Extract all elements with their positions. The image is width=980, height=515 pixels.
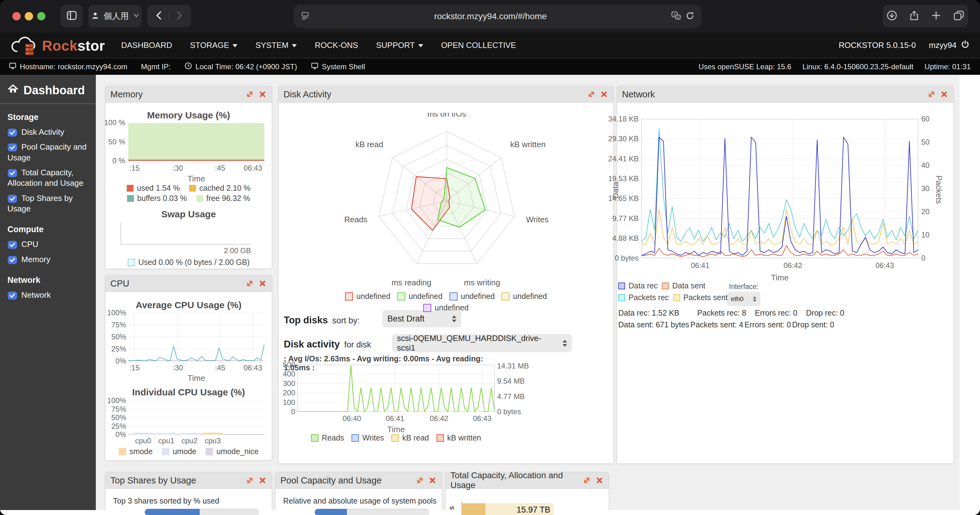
close-window-button[interactable]	[13, 12, 21, 21]
nav-history-buttons	[147, 5, 191, 27]
minimize-window-button[interactable]	[25, 12, 33, 21]
memory-x-tick: 06:43	[234, 164, 271, 173]
expand-widget-icon[interactable]	[245, 279, 255, 288]
sidebar-item-total-capacity-allocation-and-usage[interactable]: Total Capacity, Allocation and Usage	[0, 165, 96, 191]
close-widget-icon[interactable]	[595, 476, 604, 485]
checkbox-checked-icon[interactable]	[8, 143, 18, 152]
sidebar-item-cpu[interactable]: CPU	[0, 237, 96, 252]
tab-overview-icon[interactable]	[953, 10, 965, 22]
close-widget-icon[interactable]	[258, 279, 267, 288]
legend-item: Writes	[352, 433, 384, 442]
disk-io-legend: ReadsWriteskB readkB written	[298, 433, 495, 442]
swap-chart-title: Swap Usage	[105, 209, 272, 219]
disk-activity-label: Disk activity	[284, 339, 340, 350]
checkbox-checked-icon[interactable]	[8, 256, 18, 264]
sidebar-section-compute: Compute	[0, 216, 96, 237]
power-icon[interactable]	[961, 40, 969, 51]
cpu-x-tick: 06:43	[234, 364, 271, 372]
close-widget-icon[interactable]	[428, 476, 437, 485]
legend-item: undefined	[501, 292, 547, 301]
svg-text:kB read: kB read	[356, 140, 383, 149]
menu-item-system[interactable]: SYSTEM	[255, 40, 297, 50]
close-widget-icon[interactable]	[940, 90, 948, 99]
monitor-icon	[9, 62, 17, 72]
maximize-window-button[interactable]	[37, 12, 45, 21]
expand-widget-icon[interactable]	[587, 90, 596, 99]
cpu-legend: smodeumodeumode_nice	[105, 447, 272, 456]
disk-chart-right-tick: 14.31 MB	[497, 362, 537, 370]
expand-widget-icon[interactable]	[245, 476, 255, 485]
status-item: Uses openSUSE Leap: 15.6	[698, 62, 791, 71]
checkbox-checked-icon[interactable]	[8, 240, 18, 249]
browser-window: 個人用 rockstor.mzyy94.com/#/home A文 Rockst…	[0, 0, 980, 515]
translate-icon[interactable]: A文	[671, 11, 681, 22]
disk-x-axis-label: Time	[298, 425, 495, 434]
expand-widget-icon[interactable]	[245, 90, 255, 99]
network-stats-row1: Data rec: 1.52 KBPackets rec: 8Errors re…	[618, 308, 928, 318]
monitor-icon	[311, 62, 319, 72]
downloads-icon[interactable]	[886, 10, 897, 22]
network-left-tick: 24.41 KB	[605, 154, 639, 163]
close-widget-icon[interactable]	[258, 476, 267, 485]
reload-icon[interactable]	[686, 11, 695, 22]
memory-usage-chart	[128, 123, 264, 161]
username-label[interactable]: mzyy94	[929, 40, 956, 50]
sidebar-item-network[interactable]: Network	[0, 288, 96, 302]
memory-legend-row1: used 1.54 %cached 2.10 %	[105, 184, 272, 192]
menu-item-support[interactable]: SUPPORT	[376, 40, 423, 50]
menu-item-rock-ons[interactable]: ROCK-ONS	[315, 40, 358, 50]
checkbox-checked-icon[interactable]	[8, 128, 18, 137]
menu-item-open-collective[interactable]: OPEN COLLECTIVE	[441, 40, 516, 50]
status-bar: Hostname: rockstor.mzyy94.comMgmt IP:Loc…	[0, 58, 980, 75]
select-arrows-icon	[753, 296, 756, 301]
brand-rock: Rock	[42, 38, 77, 54]
cpu-ind-y-tick: 25%	[98, 422, 126, 431]
interface-select[interactable]: eth0	[727, 292, 760, 306]
sidebar-item-pool-capacity-and-usage[interactable]: Pool Capacity and Usage	[0, 140, 96, 165]
legend-item: undefined	[423, 303, 469, 312]
main-menu: DASHBOARDSTORAGESYSTEMROCK-ONSSUPPORTOPE…	[121, 32, 516, 58]
profile-button[interactable]: 個人用	[88, 5, 142, 27]
checkbox-checked-icon[interactable]	[8, 169, 18, 178]
swap-max-label: 2.00 GB	[189, 246, 251, 255]
disk-chart-right-tick: 9.54 MB	[497, 377, 537, 385]
cpu-ind-y-tick: 100%	[98, 396, 126, 405]
home-icon	[8, 83, 19, 97]
legend-item: free 96.32 %	[196, 194, 250, 203]
sidebar-item-memory[interactable]: Memory	[0, 252, 96, 267]
disk-radar-chart: ms on I/OskB writtenWritesms writingms r…	[340, 113, 554, 289]
cpu-individual-chart	[128, 401, 264, 435]
reader-view-icon[interactable]	[301, 11, 310, 22]
disk-activity-row: Disk activity for disk	[284, 339, 371, 350]
forward-button[interactable]	[174, 10, 184, 22]
status-item: Local Time: 06:42 (+0900 JST)	[184, 62, 297, 72]
close-widget-icon[interactable]	[258, 90, 267, 99]
sidebar-item-disk-activity[interactable]: Disk Activity	[0, 125, 96, 140]
url-text[interactable]: rockstor.mzyy94.com/#/home	[310, 11, 671, 21]
back-button[interactable]	[154, 10, 164, 22]
sidebar-toggle-button[interactable]	[60, 5, 83, 27]
expand-widget-icon[interactable]	[415, 476, 425, 485]
svg-text:ms writing: ms writing	[464, 278, 500, 287]
menu-item-dashboard[interactable]: DASHBOARD	[121, 40, 172, 50]
expand-widget-icon[interactable]	[582, 476, 592, 485]
share-icon[interactable]	[909, 10, 920, 22]
cpu-x-tick: :45	[202, 364, 239, 372]
radar-legend-row2: undefined	[278, 303, 614, 312]
menu-item-storage[interactable]: STORAGE	[190, 40, 238, 50]
expand-widget-icon[interactable]	[927, 90, 936, 99]
checkbox-checked-icon[interactable]	[8, 194, 18, 203]
sort-by-select[interactable]: Best Draft	[382, 310, 461, 327]
close-widget-icon[interactable]	[600, 90, 608, 99]
interface-label: Interface:	[729, 283, 759, 291]
url-bar[interactable]: rockstor.mzyy94.com/#/home A文	[294, 5, 702, 28]
legend-item: kB written	[436, 433, 481, 442]
status-item: System Shell	[311, 62, 365, 72]
cpu-x-tick: :15	[116, 364, 153, 372]
disk-select[interactable]: scsi-0QEMU_QEMU_HARDDISK_drive-scsi1	[392, 334, 572, 352]
sidebar-item-top-shares-by-usage[interactable]: Top Shares by Usage	[0, 191, 96, 216]
top-shares-title: Top Shares by Usage	[110, 475, 196, 486]
new-tab-icon[interactable]	[931, 10, 942, 22]
rockstor-logo[interactable]: Rockstor	[9, 34, 105, 57]
checkbox-checked-icon[interactable]	[8, 291, 18, 300]
